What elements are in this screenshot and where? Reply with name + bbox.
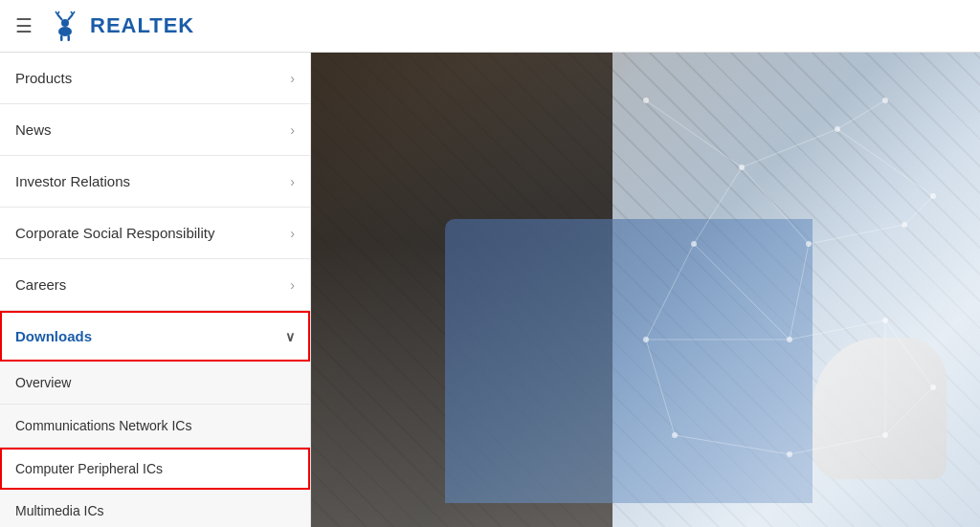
svg-point-43	[882, 432, 888, 438]
sidebar-item-products-label: Products	[15, 70, 72, 86]
svg-line-21	[694, 244, 790, 340]
submenu-item-overview-label: Overview	[15, 375, 71, 390]
sidebar-item-news-label: News	[15, 121, 52, 138]
svg-point-39	[691, 241, 697, 247]
submenu-item-multimedia-ics-label: Multimedia ICs	[15, 503, 104, 518]
svg-line-15	[904, 196, 933, 225]
sidebar-item-products[interactable]: Products ›	[0, 53, 310, 104]
svg-line-4	[57, 11, 59, 14]
svg-point-32	[930, 193, 936, 199]
main-layout: Products › News › Investor Relations › C…	[0, 53, 980, 527]
svg-line-16	[790, 244, 809, 340]
submenu-item-computer-peripheral-ics-label: Computer Peripheral ICs	[15, 461, 163, 476]
svg-line-14	[809, 225, 904, 244]
brand-logo[interactable]: REALTEK	[48, 9, 194, 43]
sidebar-item-careers[interactable]: Careers ›	[0, 259, 310, 311]
svg-point-31	[835, 126, 840, 132]
header: ☰ REALTEK	[0, 0, 980, 53]
svg-line-19	[837, 100, 885, 129]
svg-point-42	[787, 451, 792, 457]
svg-line-2	[57, 14, 62, 20]
sidebar-item-csr[interactable]: Corporate Social Responsibility ›	[0, 208, 310, 259]
chevron-right-icon: ›	[290, 226, 295, 241]
sidebar-item-news[interactable]: News ›	[0, 104, 310, 156]
downloads-submenu: Overview Communications Network ICs Comp…	[0, 362, 310, 527]
svg-point-37	[930, 384, 936, 390]
submenu-item-multimedia-ics[interactable]: Multimedia ICs	[0, 490, 310, 527]
svg-rect-9	[68, 35, 71, 41]
svg-line-17	[790, 320, 885, 340]
svg-point-36	[882, 318, 888, 323]
svg-point-41	[672, 432, 678, 438]
sidebar-item-csr-label: Corporate Social Responsibility	[15, 225, 214, 241]
svg-line-11	[742, 129, 837, 167]
submenu-item-comms-network-ics[interactable]: Communications Network ICs	[0, 405, 310, 448]
svg-point-40	[643, 337, 649, 342]
chevron-right-icon: ›	[290, 174, 295, 189]
svg-point-0	[58, 27, 72, 36]
svg-point-34	[902, 222, 907, 228]
svg-line-5	[68, 14, 73, 20]
svg-line-12	[837, 129, 933, 196]
svg-point-33	[806, 241, 812, 247]
svg-line-7	[73, 11, 75, 14]
svg-rect-8	[60, 35, 63, 41]
sidebar-item-investor-relations-label: Investor Relations	[15, 173, 130, 189]
svg-line-27	[885, 387, 933, 435]
brand-name: REALTEK	[90, 13, 194, 38]
hero-image	[311, 53, 980, 527]
submenu-item-comms-network-ics-label: Communications Network ICs	[15, 418, 191, 433]
svg-line-10	[646, 100, 742, 167]
chevron-down-icon: ∨	[285, 329, 295, 344]
svg-point-30	[739, 165, 745, 170]
svg-line-13	[742, 167, 809, 244]
sidebar-item-investor-relations[interactable]: Investor Relations ›	[0, 156, 310, 208]
svg-line-20	[694, 167, 742, 244]
submenu-item-overview[interactable]: Overview	[0, 362, 310, 405]
logo-icon	[48, 9, 82, 43]
sidebar-item-downloads[interactable]: Downloads ∨	[0, 311, 310, 362]
sidebar: Products › News › Investor Relations › C…	[0, 53, 311, 527]
chevron-right-icon: ›	[290, 71, 295, 86]
chevron-right-icon: ›	[290, 277, 295, 293]
svg-point-35	[787, 337, 792, 342]
hamburger-icon[interactable]: ☰	[15, 14, 33, 37]
network-overlay	[311, 53, 980, 527]
sidebar-item-careers-label: Careers	[15, 276, 66, 293]
svg-point-38	[882, 98, 888, 103]
svg-line-22	[646, 244, 694, 340]
submenu-item-computer-peripheral-ics[interactable]: Computer Peripheral ICs	[0, 448, 310, 490]
svg-line-26	[790, 435, 885, 454]
hero-content	[311, 53, 980, 527]
svg-line-25	[675, 435, 790, 454]
chevron-right-icon: ›	[290, 122, 295, 138]
svg-point-1	[61, 19, 69, 27]
sidebar-item-downloads-label: Downloads	[15, 328, 92, 344]
svg-line-24	[646, 340, 675, 435]
svg-line-18	[885, 320, 933, 387]
svg-point-29	[643, 98, 649, 103]
